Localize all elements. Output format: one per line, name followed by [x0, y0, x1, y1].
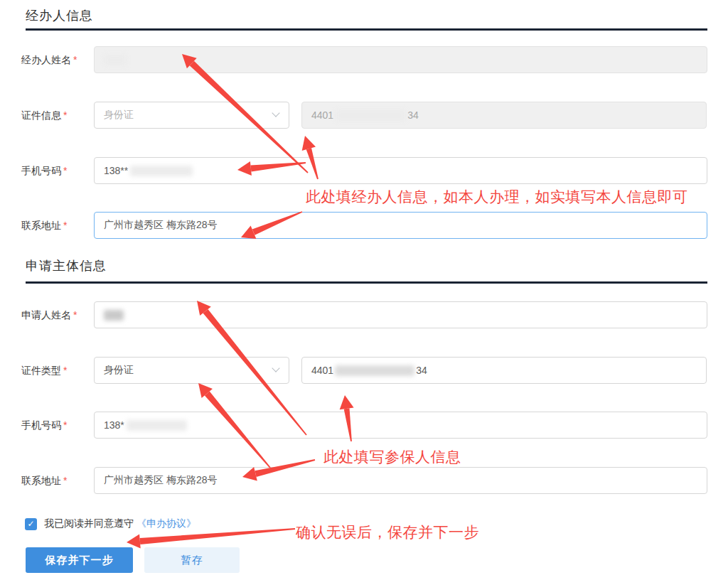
label-agent-name: 经办人姓名*: [21, 54, 77, 67]
section-divider: [26, 281, 707, 284]
applicant-phone-input[interactable]: 138*: [94, 412, 707, 439]
applicant-cert-type-select[interactable]: 身份证: [94, 357, 289, 384]
chevron-down-icon: [273, 367, 279, 371]
applicant-cert-number-input[interactable]: 440134: [301, 357, 707, 384]
agreement-row: ✓ 我已阅读并同意遵守 《申办协议》: [25, 517, 196, 530]
label-agent-cert: 证件信息*: [21, 109, 67, 122]
redacted-phone-blur: [127, 420, 187, 431]
redacted-id-blur: [335, 365, 414, 376]
annotation-applicant-note: 此处填写参保人信息: [323, 447, 461, 467]
agent-name-input: [94, 46, 707, 73]
label-agent-address: 联系地址*: [21, 220, 67, 232]
agreement-link[interactable]: 《申办协议》: [136, 517, 196, 530]
redacted-name-blur: [104, 55, 127, 65]
label-applicant-cert: 证件类型*: [21, 365, 67, 377]
agent-cert-type-select[interactable]: 身份证: [94, 102, 289, 129]
temp-save-button[interactable]: 暂存: [144, 547, 240, 573]
redacted-phone-blur: [130, 166, 193, 176]
label-agent-phone: 手机号码*: [21, 165, 67, 178]
applicant-address-input[interactable]: 广州市越秀区 梅东路28号: [94, 467, 707, 494]
agent-phone-input[interactable]: 138**: [94, 157, 707, 184]
check-icon: ✓: [27, 519, 34, 529]
applicant-name-input[interactable]: [94, 301, 707, 328]
agreement-checkbox[interactable]: ✓: [25, 518, 37, 530]
label-applicant-address: 联系地址*: [21, 475, 67, 488]
agreement-text: 我已阅读并同意遵守: [44, 517, 134, 530]
save-next-button[interactable]: 保存并下一步: [26, 547, 133, 573]
label-applicant-name: 申请人姓名*: [21, 309, 77, 322]
application-form-page: 经办人信息 经办人姓名* 证件信息* 身份证 440134 手机号码* 138*…: [0, 0, 728, 580]
label-applicant-phone: 手机号码*: [21, 419, 67, 432]
agent-cert-number-input: 440134: [301, 102, 707, 129]
redacted-id-blur: [335, 110, 406, 121]
section-title-agent: 经办人信息: [26, 7, 93, 24]
annotation-agent-note: 此处填经办人信息，如本人办理，如实填写本人信息即可: [306, 187, 688, 207]
agent-address-input[interactable]: 广州市越秀区 梅东路28号: [94, 212, 707, 239]
redacted-name-blur: [104, 310, 124, 321]
chevron-down-icon: [273, 112, 279, 116]
section-title-applicant: 申请主体信息: [26, 257, 107, 274]
section-divider: [26, 28, 707, 31]
annotation-confirm-note: 确认无误后，保存并下一步: [296, 522, 479, 542]
